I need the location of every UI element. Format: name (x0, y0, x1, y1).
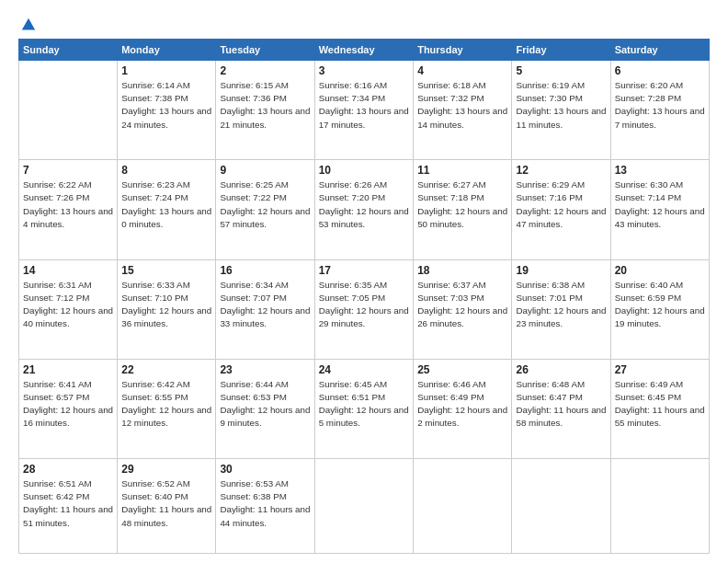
day-number: 19 (516, 264, 606, 277)
calendar-cell: 8Sunrise: 6:23 AMSunset: 7:24 PMDaylight… (118, 160, 216, 259)
svg-marker-0 (22, 18, 35, 30)
calendar-table: SundayMondayTuesdayWednesdayThursdayFrid… (18, 39, 710, 554)
day-number: 12 (516, 164, 606, 177)
day-number: 30 (220, 463, 310, 476)
calendar-cell: 30Sunrise: 6:53 AMSunset: 6:38 PMDayligh… (216, 459, 314, 554)
day-number: 15 (121, 264, 211, 277)
day-number: 16 (220, 264, 310, 277)
calendar-cell (512, 459, 610, 554)
calendar-cell (314, 459, 413, 554)
day-info: Sunrise: 6:34 AMSunset: 7:07 PMDaylight:… (220, 279, 310, 331)
calendar-cell: 24Sunrise: 6:45 AMSunset: 6:51 PMDayligh… (314, 359, 413, 458)
weekday-saturday: Saturday (610, 40, 709, 61)
day-info: Sunrise: 6:20 AMSunset: 7:28 PMDaylight:… (615, 79, 705, 132)
day-info: Sunrise: 6:46 AMSunset: 6:49 PMDaylight:… (417, 378, 507, 431)
day-info: Sunrise: 6:42 AMSunset: 6:55 PMDaylight:… (121, 378, 211, 431)
calendar-cell: 3Sunrise: 6:16 AMSunset: 7:34 PMDaylight… (314, 61, 413, 160)
day-number: 18 (417, 264, 507, 277)
week-row-3: 21Sunrise: 6:41 AMSunset: 6:57 PMDayligh… (19, 359, 710, 458)
day-info: Sunrise: 6:33 AMSunset: 7:10 PMDaylight:… (121, 279, 211, 331)
day-number: 27 (615, 363, 705, 376)
page: SundayMondayTuesdayWednesdayThursdayFrid… (0, 0, 728, 563)
week-row-4: 28Sunrise: 6:51 AMSunset: 6:42 PMDayligh… (19, 459, 710, 554)
day-info: Sunrise: 6:41 AMSunset: 6:57 PMDaylight:… (23, 378, 113, 431)
header (18, 17, 710, 31)
day-info: Sunrise: 6:25 AMSunset: 7:22 PMDaylight:… (220, 178, 310, 231)
day-number: 23 (220, 363, 310, 376)
calendar-cell: 28Sunrise: 6:51 AMSunset: 6:42 PMDayligh… (19, 459, 118, 554)
calendar-cell: 5Sunrise: 6:19 AMSunset: 7:30 PMDaylight… (512, 61, 610, 160)
calendar-cell: 23Sunrise: 6:44 AMSunset: 6:53 PMDayligh… (216, 359, 314, 458)
logo (18, 17, 37, 31)
day-info: Sunrise: 6:23 AMSunset: 7:24 PMDaylight:… (121, 178, 211, 231)
calendar-cell: 15Sunrise: 6:33 AMSunset: 7:10 PMDayligh… (118, 259, 216, 359)
day-info: Sunrise: 6:44 AMSunset: 6:53 PMDaylight:… (220, 378, 310, 431)
calendar-cell: 9Sunrise: 6:25 AMSunset: 7:22 PMDaylight… (216, 160, 314, 259)
calendar-cell: 7Sunrise: 6:22 AMSunset: 7:26 PMDaylight… (19, 160, 118, 259)
day-info: Sunrise: 6:31 AMSunset: 7:12 PMDaylight:… (23, 279, 113, 331)
day-number: 2 (220, 64, 310, 77)
calendar-cell: 16Sunrise: 6:34 AMSunset: 7:07 PMDayligh… (216, 259, 314, 359)
day-number: 22 (121, 363, 211, 376)
calendar-cell: 29Sunrise: 6:52 AMSunset: 6:40 PMDayligh… (118, 459, 216, 554)
day-info: Sunrise: 6:37 AMSunset: 7:03 PMDaylight:… (417, 279, 507, 331)
calendar-cell: 19Sunrise: 6:38 AMSunset: 7:01 PMDayligh… (512, 259, 610, 359)
day-number: 1 (121, 64, 211, 77)
calendar-cell: 20Sunrise: 6:40 AMSunset: 6:59 PMDayligh… (610, 259, 709, 359)
day-info: Sunrise: 6:51 AMSunset: 6:42 PMDaylight:… (23, 477, 113, 530)
week-row-2: 14Sunrise: 6:31 AMSunset: 7:12 PMDayligh… (19, 259, 710, 359)
calendar-cell: 18Sunrise: 6:37 AMSunset: 7:03 PMDayligh… (414, 259, 512, 359)
day-info: Sunrise: 6:49 AMSunset: 6:45 PMDaylight:… (615, 378, 705, 431)
calendar-cell: 6Sunrise: 6:20 AMSunset: 7:28 PMDaylight… (610, 61, 709, 160)
calendar-cell: 4Sunrise: 6:18 AMSunset: 7:32 PMDaylight… (414, 61, 512, 160)
day-number: 8 (121, 164, 211, 177)
day-info: Sunrise: 6:18 AMSunset: 7:32 PMDaylight:… (417, 79, 507, 132)
day-info: Sunrise: 6:38 AMSunset: 7:01 PMDaylight:… (516, 279, 606, 331)
day-number: 11 (417, 164, 507, 177)
day-number: 13 (615, 164, 705, 177)
calendar-cell: 17Sunrise: 6:35 AMSunset: 7:05 PMDayligh… (314, 259, 413, 359)
day-number: 24 (319, 363, 409, 376)
day-info: Sunrise: 6:52 AMSunset: 6:40 PMDaylight:… (121, 477, 211, 530)
day-number: 25 (417, 363, 507, 376)
day-number: 28 (23, 463, 113, 476)
day-info: Sunrise: 6:40 AMSunset: 6:59 PMDaylight:… (615, 279, 705, 331)
day-number: 6 (615, 64, 705, 77)
day-number: 9 (220, 164, 310, 177)
weekday-monday: Monday (118, 40, 216, 61)
day-info: Sunrise: 6:15 AMSunset: 7:36 PMDaylight:… (220, 79, 310, 132)
day-number: 21 (23, 363, 113, 376)
day-info: Sunrise: 6:48 AMSunset: 6:47 PMDaylight:… (516, 378, 606, 431)
day-info: Sunrise: 6:22 AMSunset: 7:26 PMDaylight:… (23, 178, 113, 231)
day-info: Sunrise: 6:26 AMSunset: 7:20 PMDaylight:… (319, 178, 409, 231)
day-number: 7 (23, 164, 113, 177)
day-info: Sunrise: 6:29 AMSunset: 7:16 PMDaylight:… (516, 178, 606, 231)
calendar-cell: 10Sunrise: 6:26 AMSunset: 7:20 PMDayligh… (314, 160, 413, 259)
week-row-1: 7Sunrise: 6:22 AMSunset: 7:26 PMDaylight… (19, 160, 710, 259)
weekday-friday: Friday (512, 40, 610, 61)
calendar-cell: 2Sunrise: 6:15 AMSunset: 7:36 PMDaylight… (216, 61, 314, 160)
logo-triangle-icon (20, 17, 37, 33)
weekday-wednesday: Wednesday (314, 40, 413, 61)
week-row-0: 1Sunrise: 6:14 AMSunset: 7:38 PMDaylight… (19, 61, 710, 160)
day-number: 4 (417, 64, 507, 77)
weekday-header-row: SundayMondayTuesdayWednesdayThursdayFrid… (19, 40, 710, 61)
calendar-cell: 12Sunrise: 6:29 AMSunset: 7:16 PMDayligh… (512, 160, 610, 259)
calendar-cell: 13Sunrise: 6:30 AMSunset: 7:14 PMDayligh… (610, 160, 709, 259)
day-info: Sunrise: 6:16 AMSunset: 7:34 PMDaylight:… (319, 79, 409, 132)
day-number: 17 (319, 264, 409, 277)
calendar-cell: 11Sunrise: 6:27 AMSunset: 7:18 PMDayligh… (414, 160, 512, 259)
calendar-cell (19, 61, 118, 160)
day-info: Sunrise: 6:27 AMSunset: 7:18 PMDaylight:… (417, 178, 507, 231)
day-info: Sunrise: 6:14 AMSunset: 7:38 PMDaylight:… (121, 79, 211, 132)
day-number: 20 (615, 264, 705, 277)
day-number: 10 (319, 164, 409, 177)
day-number: 5 (516, 64, 606, 77)
day-number: 3 (319, 64, 409, 77)
day-info: Sunrise: 6:30 AMSunset: 7:14 PMDaylight:… (615, 178, 705, 231)
calendar-cell: 14Sunrise: 6:31 AMSunset: 7:12 PMDayligh… (19, 259, 118, 359)
day-number: 26 (516, 363, 606, 376)
day-info: Sunrise: 6:19 AMSunset: 7:30 PMDaylight:… (516, 79, 606, 132)
weekday-tuesday: Tuesday (216, 40, 314, 61)
calendar-cell: 27Sunrise: 6:49 AMSunset: 6:45 PMDayligh… (610, 359, 709, 458)
